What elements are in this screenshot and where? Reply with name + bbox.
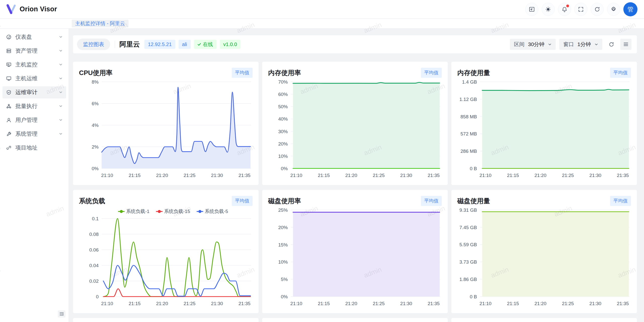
brand-name: Orion Visor xyxy=(20,5,57,13)
assets-icon xyxy=(6,48,12,54)
svg-text:21:35: 21:35 xyxy=(617,301,629,306)
top-navbar: Orion Visor 管 xyxy=(0,0,644,19)
tab-host-monitor-detail[interactable]: 主机监控详情 - 阿里云 xyxy=(72,20,129,27)
sidebar-collapse-button[interactable] xyxy=(58,310,65,317)
chart-title: 磁盘使用率 xyxy=(268,197,301,205)
chart-card: 内存使用率平均值0%10%20%30%40%50%60%70%21:1021:1… xyxy=(262,62,448,185)
navbar-actions: 管 xyxy=(525,2,637,16)
sidebar-item-label: 仪表盘 xyxy=(15,33,55,41)
sidebar-item-label: 运维审计 xyxy=(15,89,55,96)
svg-text:2%: 2% xyxy=(92,144,99,150)
host-info-left: 监控图表 阿里云 12.92.5.21ali在线v1.0.0 xyxy=(77,39,240,50)
svg-text:5%: 5% xyxy=(281,277,288,282)
chart-title: CPU使用率 xyxy=(79,68,112,77)
chart-config-button[interactable] xyxy=(620,39,631,50)
sidebar-item-users[interactable]: 用户管理 xyxy=(3,114,66,126)
audit-icon xyxy=(6,90,12,95)
svg-text:6%: 6% xyxy=(92,101,99,106)
sidebar-item-system[interactable]: 系统管理 xyxy=(3,128,66,140)
menu-icon xyxy=(623,42,629,47)
svg-text:21:15: 21:15 xyxy=(318,173,330,178)
brand: Orion Visor xyxy=(6,4,57,15)
chevron-down-icon xyxy=(59,75,63,82)
chart-title: 系统负载 xyxy=(79,197,105,205)
sidebar-item-label: 批量执行 xyxy=(15,102,55,110)
refresh-button[interactable] xyxy=(591,3,604,16)
svg-text:0.04: 0.04 xyxy=(89,263,99,268)
divider xyxy=(115,41,115,48)
sidebar-item-dashboard[interactable]: 仪表盘 xyxy=(3,31,66,43)
chart-card-header: 内存使用率平均值 xyxy=(268,68,442,78)
host-monitor-icon xyxy=(6,62,12,67)
svg-text:21:15: 21:15 xyxy=(507,301,519,306)
range-label: 区间 xyxy=(514,41,525,48)
svg-text:21:20: 21:20 xyxy=(156,301,168,306)
refresh-icon xyxy=(594,6,600,13)
settings-button[interactable] xyxy=(607,3,620,16)
svg-text:21:35: 21:35 xyxy=(428,301,440,306)
svg-text:21:10: 21:10 xyxy=(479,173,492,178)
chart-title: 磁盘使用量 xyxy=(457,197,490,205)
svg-text:21:25: 21:25 xyxy=(373,301,385,306)
sidebar-item-batch[interactable]: 批量执行 xyxy=(3,100,66,112)
sidebar: 仪表盘资产管理主机监控主机运维运维审计批量执行用户管理系统管理项目地址 xyxy=(0,29,69,322)
code-button[interactable] xyxy=(525,3,538,16)
refresh-charts-button[interactable] xyxy=(606,39,617,50)
svg-text:21:30: 21:30 xyxy=(211,301,223,306)
theme-button[interactable] xyxy=(542,3,555,16)
fullscreen-icon xyxy=(578,6,584,13)
notifications-button[interactable] xyxy=(558,3,571,16)
svg-text:0.08: 0.08 xyxy=(89,232,99,237)
range-select[interactable]: 区间 30分钟 xyxy=(510,39,556,50)
sidebar-item-host-ops[interactable]: 主机运维 xyxy=(3,73,66,85)
sidebar-item-audit[interactable]: 运维审计 xyxy=(3,86,66,98)
chart-title: 内存使用率 xyxy=(268,68,301,77)
svg-text:21:15: 21:15 xyxy=(318,301,330,306)
dashboard-icon xyxy=(6,34,12,40)
svg-text:40%: 40% xyxy=(278,116,288,122)
chevron-down-icon xyxy=(59,131,63,137)
svg-text:3.73 GB: 3.73 GB xyxy=(459,259,477,265)
chart-canvas: 00.020.040.060.080.121:1021:1521:2021:25… xyxy=(79,206,253,307)
chart-card-header: CPU使用率平均值 xyxy=(79,68,253,78)
host-badge: ali xyxy=(179,40,191,49)
svg-text:21:10: 21:10 xyxy=(290,301,302,306)
settings-icon xyxy=(610,6,617,13)
svg-text:21:10: 21:10 xyxy=(479,301,492,306)
chart-canvas: 0 B286 MB572 MB858 MB1.12 GB1.4 GB21:102… xyxy=(457,78,631,179)
sidebar-item-assets[interactable]: 资产管理 xyxy=(3,45,66,57)
svg-text:21:35: 21:35 xyxy=(428,173,440,178)
svg-text:0.1: 0.1 xyxy=(92,216,99,221)
chart-canvas: 0%2%4%6%8%21:1021:1521:2021:2521:3021:35 xyxy=(79,78,253,179)
fullscreen-button[interactable] xyxy=(574,3,587,16)
host-name: 阿里云 xyxy=(119,40,140,49)
svg-text:21:30: 21:30 xyxy=(400,173,412,178)
window-value: 1分钟 xyxy=(577,41,591,48)
sidebar-item-host-monitor[interactable]: 主机监控 xyxy=(3,59,66,71)
svg-text:50%: 50% xyxy=(278,104,288,109)
svg-text:系统负载-5: 系统负载-5 xyxy=(205,209,228,214)
chevron-down-icon xyxy=(594,43,598,46)
monitor-charts-button[interactable]: 监控图表 xyxy=(77,39,110,50)
sidebar-item-label: 主机监控 xyxy=(15,61,55,68)
avatar[interactable]: 管 xyxy=(623,2,637,16)
logo-icon xyxy=(6,4,17,15)
chart-grid: CPU使用率平均值0%2%4%6%8%21:1021:1521:2021:252… xyxy=(73,62,637,313)
window-select[interactable]: 窗口 1分钟 xyxy=(559,39,602,50)
theme-icon xyxy=(545,6,551,13)
svg-text:21:20: 21:20 xyxy=(345,173,357,178)
host-badge: 在线 xyxy=(194,40,217,49)
svg-text:1.4 GB: 1.4 GB xyxy=(462,79,477,85)
chart-card-header: 系统负载平均值 xyxy=(79,196,253,206)
chart-card-stub xyxy=(73,318,259,322)
window-label: 窗口 xyxy=(563,41,574,48)
sidebar-item-link[interactable]: 项目地址 xyxy=(3,142,66,154)
host-info-right: 区间 30分钟 窗口 1分钟 xyxy=(510,39,631,50)
host-info-bar: 监控图表 阿里云 12.92.5.21ali在线v1.0.0 区间 30分钟 窗… xyxy=(73,35,637,53)
chevron-down-icon xyxy=(59,89,63,96)
sidebar-item-label: 用户管理 xyxy=(15,116,55,124)
svg-text:21:35: 21:35 xyxy=(238,301,251,306)
system-icon xyxy=(6,131,12,137)
svg-text:21:10: 21:10 xyxy=(101,173,113,178)
sidebar-item-label: 系统管理 xyxy=(15,130,55,138)
